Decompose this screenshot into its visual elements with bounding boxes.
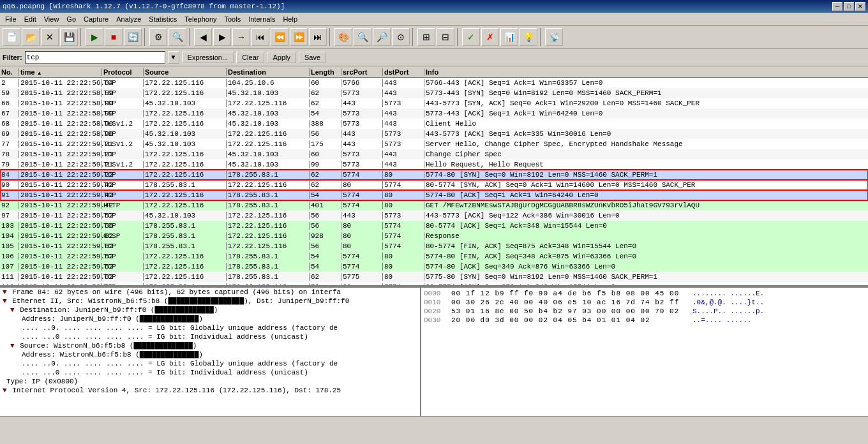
table-row[interactable]: 97 2015-10-11 22:22:59.52 TCP 45.32.10.1… xyxy=(0,211,868,221)
maximize-button[interactable]: □ xyxy=(844,2,854,11)
detail-line[interactable]: ▼ Source: WistronN_b6:f5:b8 (███████████… xyxy=(0,341,420,350)
cell-source: 172.22.125.116 xyxy=(144,273,227,281)
detail-line[interactable]: .... ...0 .... .... .... .... = IG bit: … xyxy=(0,368,420,377)
packet-detail[interactable]: ▼ Frame 84: 62 bytes on wire (496 bits),… xyxy=(0,288,421,416)
menu-capture[interactable]: Capture xyxy=(80,14,112,24)
packet-list-body[interactable]: 2 2015-10-11 22:22:56.64 TCP 172.22.125.… xyxy=(0,78,868,286)
toolbar-resize[interactable]: ⊞ xyxy=(417,28,435,46)
toolbar-wifi[interactable]: 📡 xyxy=(545,28,563,46)
table-row[interactable]: 92 2015-10-11 22:22:59.42 HTTP 172.22.12… xyxy=(0,200,868,211)
toolbar-new[interactable]: 📄 xyxy=(3,28,20,46)
menu-go[interactable]: Go xyxy=(63,14,80,24)
toolbar-expert[interactable]: 💡 xyxy=(520,28,537,46)
detail-line[interactable]: ▼ Frame 84: 62 bytes on wire (496 bits),… xyxy=(0,288,420,297)
expand-icon[interactable]: ▼ xyxy=(10,342,19,350)
expand-icon[interactable]: ▼ xyxy=(3,387,11,394)
cell-source: 172.22.125.116 xyxy=(144,79,227,87)
table-row[interactable]: 106 2015-10-11 22:22:59.62 TCP 172.22.12… xyxy=(0,251,868,262)
clear-button[interactable]: Clear xyxy=(236,52,264,63)
toolbar-graph[interactable]: 📊 xyxy=(500,28,518,46)
table-row[interactable]: 69 2015-10-11 22:22:58.90 TCP 45.32.10.1… xyxy=(0,129,868,139)
toolbar-color[interactable]: 🎨 xyxy=(334,28,352,46)
table-row[interactable]: 79 2015-10-11 22:22:59.21 TLSv1.2 172.22… xyxy=(0,159,868,170)
expand-icon[interactable]: ▼ xyxy=(3,288,11,296)
toolbar-resize2[interactable]: ⊟ xyxy=(437,28,454,46)
table-row[interactable]: 104 2015-10-11 22:22:59.62 OCSP 178.255.… xyxy=(0,231,868,241)
table-row[interactable]: 90 2015-10-11 22:22:59.42 TCP 178.255.83… xyxy=(0,180,868,190)
toolbar-start-capture[interactable]: ▶ xyxy=(86,28,103,46)
toolbar-back[interactable]: ◀ xyxy=(194,28,212,46)
table-row[interactable]: 67 2015-10-11 22:22:58.90 TCP 172.22.125… xyxy=(0,108,868,119)
toolbar-last[interactable]: ⏭ xyxy=(309,28,327,46)
detail-line[interactable]: ▼ Ethernet II, Src: WistronN_b6:f5:b8 (█… xyxy=(0,297,420,306)
detail-line[interactable]: Type: IP (0x0800) xyxy=(0,377,420,386)
toolbar-goto[interactable]: → xyxy=(232,28,250,46)
table-row[interactable]: 105 2015-10-11 22:22:59.62 TCP 178.255.8… xyxy=(0,241,868,251)
table-row[interactable]: 112 2015-10-11 22:22:59.81 TCP 178.255.8… xyxy=(0,282,868,286)
close-button[interactable]: ✕ xyxy=(855,2,865,11)
menu-analyze[interactable]: Analyze xyxy=(112,14,145,24)
toolbar-checkmark[interactable]: ✓ xyxy=(462,28,480,46)
toolbar-restart[interactable]: 🔄 xyxy=(124,28,142,46)
table-row[interactable]: 111 2015-10-11 22:22:59.62 TCP 172.22.12… xyxy=(0,272,868,282)
toolbar-next[interactable]: ⏩ xyxy=(290,28,308,46)
menu-telephony[interactable]: Telephony xyxy=(181,14,220,24)
menu-view[interactable]: View xyxy=(40,14,63,24)
cell-protocol: TCP xyxy=(102,89,144,97)
toolbar-forward[interactable]: ▶ xyxy=(213,28,231,46)
toolbar-zoom-normal[interactable]: ⊙ xyxy=(392,28,410,46)
menu-file[interactable]: File xyxy=(1,14,20,24)
detail-line[interactable]: .... ...0 .... .... .... .... = IG bit: … xyxy=(0,332,420,341)
col-header-time[interactable]: time ▲ xyxy=(19,68,102,76)
toolbar-stop-capture[interactable]: ■ xyxy=(105,28,123,46)
col-header-dstport[interactable]: dstPort xyxy=(383,68,424,76)
table-row[interactable]: 78 2015-10-11 22:22:59.21 TCP 172.22.125… xyxy=(0,149,868,159)
col-header-destination[interactable]: Destination xyxy=(227,68,310,76)
detail-line[interactable]: .... ..0. .... .... .... .... = LG bit: … xyxy=(0,323,420,332)
filter-dropdown[interactable]: ▼ xyxy=(168,51,179,64)
col-header-srcport[interactable]: srcPort xyxy=(341,68,383,76)
menu-edit[interactable]: Edit xyxy=(20,14,40,24)
col-header-info[interactable]: Info xyxy=(424,68,868,76)
detail-line[interactable]: ▼ Destination: JuniperN_b9:ff:f0 (██████… xyxy=(0,306,420,314)
toolbar-zoom-out[interactable]: 🔎 xyxy=(373,28,391,46)
detail-line[interactable]: Address: JuniperN_b9:ff:f0 (████████████… xyxy=(0,314,420,323)
expand-icon[interactable]: ▼ xyxy=(10,306,19,314)
toolbar-first[interactable]: ⏮ xyxy=(251,28,269,46)
table-row[interactable]: 91 2015-10-11 22:22:59.42 TCP 172.22.125… xyxy=(0,190,868,200)
table-row[interactable]: 59 2015-10-11 22:22:58.59 TCP 172.22.125… xyxy=(0,88,868,98)
table-row[interactable]: 68 2015-10-11 22:22:58.90 TLSv1.2 172.22… xyxy=(0,119,868,129)
menu-help[interactable]: Help xyxy=(279,14,301,24)
cell-srcport: 443 xyxy=(341,130,383,138)
table-row[interactable]: 84 2015-10-11 22:22:59.22 TCP 172.22.125… xyxy=(0,170,868,180)
menu-statistics[interactable]: Statistics xyxy=(145,14,181,24)
col-header-source[interactable]: Source xyxy=(144,68,227,76)
col-header-length[interactable]: Length xyxy=(310,68,341,76)
detail-line[interactable]: Address: WistronN_b6:f5:b8 (████████████… xyxy=(0,350,420,359)
table-row[interactable]: 66 2015-10-11 22:22:58.90 TCP 45.32.10.1… xyxy=(0,98,868,108)
minimize-button[interactable]: ─ xyxy=(832,2,842,11)
expand-icon[interactable]: ▼ xyxy=(3,297,11,305)
toolbar-close[interactable]: ✕ xyxy=(41,28,59,46)
toolbar-prev[interactable]: ⏪ xyxy=(271,28,288,46)
col-header-protocol[interactable]: Protocol xyxy=(102,68,144,76)
detail-line[interactable]: .... ..0. .... .... .... .... = LG bit: … xyxy=(0,359,420,368)
toolbar-capture-filters[interactable]: 🔍 xyxy=(168,28,186,46)
col-header-no[interactable]: No. xyxy=(0,68,19,76)
table-row[interactable]: 77 2015-10-11 22:22:59.21 TLSv1.2 45.32.… xyxy=(0,139,868,149)
toolbar-save[interactable]: 💾 xyxy=(60,28,78,46)
toolbar-open[interactable]: 📂 xyxy=(22,28,40,46)
apply-button[interactable]: Apply xyxy=(267,52,296,63)
toolbar-zoom-in[interactable]: 🔍 xyxy=(354,28,371,46)
menu-tools[interactable]: Tools xyxy=(221,14,245,24)
toolbar-capture-opts[interactable]: ⚙ xyxy=(149,28,167,46)
table-row[interactable]: 2 2015-10-11 22:22:56.64 TCP 172.22.125.… xyxy=(0,78,868,88)
menu-internals[interactable]: Internals xyxy=(244,14,279,24)
expression-button[interactable]: Expression... xyxy=(182,52,234,63)
filter-input[interactable] xyxy=(25,51,165,64)
table-row[interactable]: 103 2015-10-11 22:22:59.56 TCP 178.255.8… xyxy=(0,221,868,231)
toolbar-x[interactable]: ✗ xyxy=(481,28,499,46)
table-row[interactable]: 107 2015-10-11 22:22:59.62 TCP 172.22.12… xyxy=(0,262,868,272)
detail-line[interactable]: ▼ Internet Protocol Version 4, Src: 172.… xyxy=(0,386,420,395)
save-button[interactable]: Save xyxy=(299,52,326,63)
